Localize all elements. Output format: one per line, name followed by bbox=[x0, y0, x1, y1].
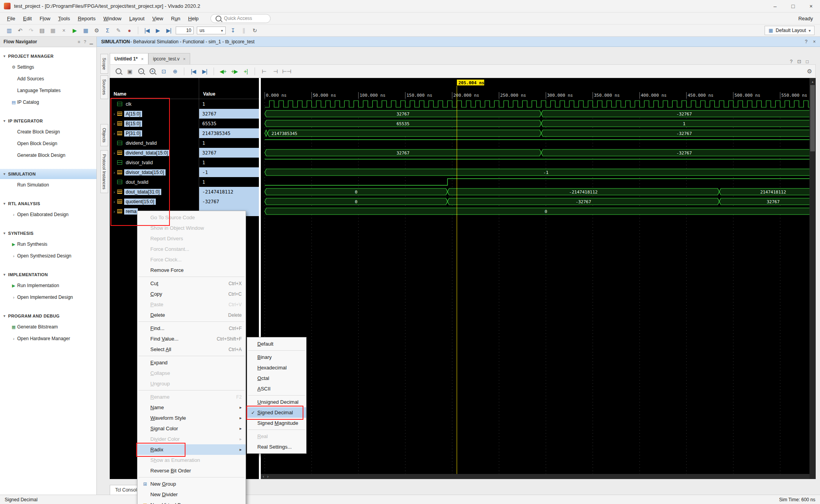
maximize-button[interactable]: □ bbox=[784, 0, 802, 12]
signal-row-divisor-tvalid[interactable]: divisor_tvalid bbox=[110, 158, 199, 167]
relaunch-icon[interactable]: ↻ bbox=[250, 26, 260, 35]
context-menu-item-select-all[interactable]: Select AllCtrl+A bbox=[137, 344, 246, 355]
sidebar-section-header-project-manager[interactable]: ▾PROJECT MANAGER bbox=[0, 51, 96, 61]
sidebar-item-settings[interactable]: ⚙Settings bbox=[0, 61, 96, 73]
radix-option-signed-decimal[interactable]: ✓Signed Decimal bbox=[247, 407, 306, 418]
edit-icon[interactable]: ✎ bbox=[113, 26, 123, 35]
context-menu-item-new-group[interactable]: ⊞New Group bbox=[137, 479, 246, 489]
signal-row-dividend-tvalid[interactable]: dividend_tvalid bbox=[110, 138, 199, 148]
context-menu-item-reverse-bit-order[interactable]: Reverse Bit Order bbox=[137, 465, 246, 476]
signal-value-cell[interactable]: 32767 bbox=[199, 109, 259, 119]
expand-chevron-icon[interactable]: › bbox=[112, 131, 117, 136]
sidebar-section-header-ip-integrator[interactable]: ▾IP INTEGRATOR bbox=[0, 116, 96, 126]
context-menu-item-report-drivers[interactable]: Report Drivers bbox=[137, 233, 246, 244]
sidebar-item-open-hardware-manager[interactable]: ›Open Hardware Manager bbox=[0, 333, 96, 344]
context-menu-item-expand[interactable]: Expand bbox=[137, 357, 246, 368]
run-for-icon[interactable]: ▶| bbox=[164, 26, 174, 35]
tab-untitled-1[interactable]: Untitled 1*× bbox=[110, 53, 148, 64]
zoom-to-cursor-icon[interactable]: ⊕ bbox=[170, 67, 180, 76]
collapse-all-icon[interactable]: ≡ bbox=[78, 39, 80, 44]
scrollbar-thumb[interactable] bbox=[810, 85, 815, 151]
context-menu-item-ungroup[interactable]: Ungroup bbox=[137, 378, 246, 389]
sidebar-item-language-templates[interactable]: Language Templates bbox=[0, 85, 96, 96]
expand-chevron-icon[interactable]: › bbox=[112, 121, 117, 126]
sidebar-item-run-simulation[interactable]: Run Simulation bbox=[0, 179, 96, 191]
side-tab-objects[interactable]: Objects bbox=[100, 124, 108, 146]
signal-row-a-15-0[interactable]: ›A[15:0] bbox=[110, 109, 199, 119]
settings-icon[interactable]: ⚙ bbox=[91, 26, 102, 35]
signal-value-cell[interactable]: -2147418112 bbox=[199, 187, 259, 197]
menu-window[interactable]: Window bbox=[100, 14, 125, 23]
step-icon[interactable]: ↧ bbox=[228, 26, 238, 35]
name-column-header[interactable]: Name bbox=[110, 89, 199, 99]
sidebar-item-open-implemented-design[interactable]: ›Open Implemented Design bbox=[0, 291, 96, 303]
save-icon[interactable]: ▣ bbox=[125, 67, 135, 76]
signal-value-cell[interactable]: 2147385345 bbox=[199, 128, 259, 138]
expand-chevron-icon[interactable]: › bbox=[112, 170, 117, 175]
sidebar-item-run-implementation[interactable]: ▶Run Implementation bbox=[0, 280, 96, 291]
goto-end-icon[interactable]: ▶| bbox=[200, 67, 210, 76]
radix-option-real-settings[interactable]: Real Settings... bbox=[247, 442, 306, 452]
signal-row-dividend-tdata-15-0[interactable]: ›dividend_tdata[15:0] bbox=[110, 148, 199, 158]
side-tab-scope[interactable]: Scope bbox=[100, 54, 108, 74]
breakpoint-icon[interactable]: ● bbox=[124, 26, 134, 35]
context-menu-item-find-value[interactable]: Find Value...Ctrl+Shift+F bbox=[137, 334, 246, 344]
signal-row-divisor-tdata-15-0[interactable]: ›divisor_tdata[15:0] bbox=[110, 167, 199, 177]
signal-value-cell[interactable]: -1 bbox=[199, 167, 259, 177]
restart-icon[interactable]: |◀ bbox=[142, 26, 152, 35]
waveform-canvas[interactable]: 0.000 ns50.000 ns100.000 ns150.000 ns200… bbox=[261, 78, 809, 474]
context-menu-item-force-constant[interactable]: Force Constant... bbox=[137, 244, 246, 254]
quick-access-search[interactable]: Quick Access bbox=[210, 14, 271, 23]
signal-value-cell[interactable]: 32767 bbox=[199, 148, 259, 158]
context-menu-item-divider-color[interactable]: Divider Color▸ bbox=[137, 434, 246, 444]
goto-start-icon[interactable]: |◀ bbox=[188, 67, 198, 76]
signal-value-cell[interactable]: 65535 bbox=[199, 119, 259, 128]
scroll-left-icon[interactable]: ‹ bbox=[263, 474, 264, 479]
scroll-up-icon[interactable]: ▴ bbox=[809, 79, 816, 84]
menu-flow[interactable]: Flow bbox=[36, 14, 54, 23]
maximize-icon[interactable]: □ bbox=[806, 59, 809, 64]
tab-ipcore-test-v[interactable]: ipcore_test.v× bbox=[148, 53, 190, 64]
expand-chevron-icon[interactable]: › bbox=[112, 209, 117, 214]
layout-dropdown[interactable]: ▦ Default Layout ▾ bbox=[765, 26, 815, 35]
signal-value-cell[interactable]: 1 bbox=[199, 99, 259, 109]
close-icon[interactable]: × bbox=[141, 57, 143, 61]
help-icon[interactable]: ? bbox=[805, 39, 808, 44]
paste-icon[interactable]: ▦ bbox=[48, 26, 58, 35]
find-icon[interactable] bbox=[113, 67, 123, 76]
side-tab-sources[interactable]: Sources bbox=[100, 75, 108, 99]
previous-transition-icon[interactable]: ◀+ bbox=[218, 67, 228, 76]
add-cursor-icon[interactable]: +| bbox=[241, 67, 251, 76]
radix-option-default[interactable]: Default bbox=[247, 339, 306, 349]
radix-option-real[interactable]: Real bbox=[247, 431, 306, 442]
radix-option-ascii[interactable]: ASCII bbox=[247, 383, 306, 394]
snap-to-transition-icon[interactable]: ⊣ bbox=[270, 67, 280, 76]
sidebar-item-open-synthesized-design[interactable]: ›Open Synthesized Design bbox=[0, 250, 96, 262]
sidebar-section-header-simulation[interactable]: ▾SIMULATION bbox=[0, 169, 96, 179]
scroll-right-icon[interactable]: › bbox=[267, 474, 268, 479]
menu-file[interactable]: File bbox=[3, 14, 19, 23]
context-menu-item-new-divider[interactable]: New Divider bbox=[137, 489, 246, 500]
signal-row-p-31-0[interactable]: ›P[31:0] bbox=[110, 128, 199, 138]
sidebar-section-header-rtl-analysis[interactable]: ▾RTL ANALYSIS bbox=[0, 199, 96, 209]
expand-chevron-icon[interactable]: › bbox=[112, 112, 117, 116]
close-icon[interactable]: × bbox=[183, 57, 185, 61]
run-flow-icon[interactable]: ▶ bbox=[70, 26, 80, 35]
zoom-fit-icon[interactable]: ⊡ bbox=[159, 67, 169, 76]
sidebar-item-add-sources[interactable]: Add Sources bbox=[0, 73, 96, 85]
help-icon[interactable]: ? bbox=[84, 39, 86, 44]
side-tab-protocol-instances[interactable]: Protocol Instances bbox=[100, 150, 108, 193]
float-icon[interactable]: ⊡ bbox=[797, 59, 801, 64]
context-menu-item-waveform-style[interactable]: Waveform Style▸ bbox=[137, 413, 246, 423]
close-icon[interactable]: × bbox=[813, 39, 816, 44]
expand-chevron-icon[interactable]: › bbox=[112, 151, 117, 155]
sum-icon[interactable]: Σ bbox=[102, 26, 112, 35]
context-menu-item-copy[interactable]: CopyCtrl+C bbox=[137, 289, 246, 299]
context-menu-item-new-virtual-bus[interactable]: ▥New Virtual Bus bbox=[137, 500, 246, 504]
context-menu-item-signal-color[interactable]: Signal Color▸ bbox=[137, 423, 246, 434]
sidebar-section-header-program-and-debug[interactable]: ▾PROGRAM AND DEBUG bbox=[0, 311, 96, 321]
sidebar-item-run-synthesis[interactable]: ▶Run Synthesis bbox=[0, 238, 96, 250]
radix-option-signed-magnitude[interactable]: Signed Magnitude bbox=[247, 418, 306, 428]
signal-row-dout-tdata-31-0[interactable]: ›dout_tdata[31:0] bbox=[110, 187, 199, 197]
context-menu-item-cut[interactable]: CutCtrl+X bbox=[137, 278, 246, 289]
